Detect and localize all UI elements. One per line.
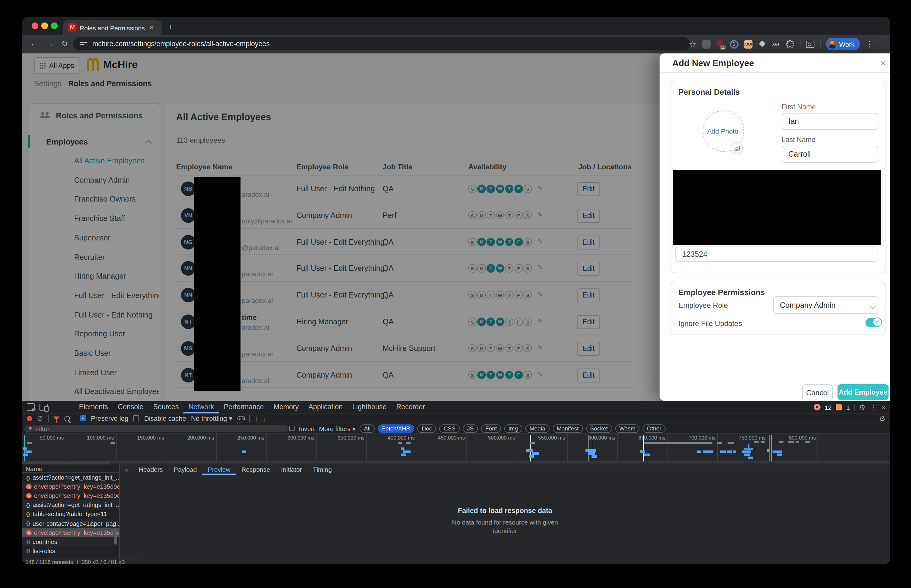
more-filters-dropdown[interactable]: More filters ▾ bbox=[319, 425, 356, 432]
name-column-header[interactable]: Name bbox=[22, 464, 119, 473]
url-text[interactable]: mchire.com/settings/employee-roles/all-a… bbox=[92, 40, 270, 47]
filter-chip[interactable]: Font bbox=[481, 424, 501, 433]
export-har-icon[interactable]: ↓ bbox=[263, 415, 266, 422]
network-request-row[interactable]: ×envelope/?sentry_key=e135d9e... bbox=[22, 491, 119, 500]
devtools-menu-icon[interactable]: ⋮ bbox=[870, 403, 877, 411]
devtools-settings-icon[interactable]: ⚙ bbox=[859, 403, 866, 411]
record-network-icon[interactable] bbox=[27, 415, 32, 421]
extension-icon-1[interactable] bbox=[702, 40, 710, 48]
network-request-row[interactable]: {}list-roles bbox=[22, 546, 119, 556]
devtools-tab[interactable]: Memory bbox=[269, 401, 304, 414]
employee-id-field[interactable]: 123524 bbox=[675, 247, 878, 262]
network-request-row[interactable]: ×envelope/?sentry_key=e135d9e... bbox=[22, 528, 119, 537]
network-overview-timeline[interactable]: 50,000 ms100,000 ms150,000 ms200,000 ms2… bbox=[22, 433, 890, 464]
devtools-tab[interactable]: Performance bbox=[219, 401, 269, 414]
add-employee-button[interactable]: Add Employee bbox=[838, 384, 888, 400]
onepassword-icon[interactable]: 1 bbox=[730, 40, 738, 48]
devtools-tab[interactable]: Console bbox=[113, 401, 148, 414]
invert-label[interactable]: Invert bbox=[299, 425, 315, 432]
modal-close-icon[interactable]: × bbox=[881, 58, 886, 68]
network-request-row[interactable]: {}assist?action=get_ratings_init_... bbox=[22, 501, 119, 510]
preserve-log-label[interactable]: Preserve log bbox=[91, 415, 128, 422]
timeline-activity-mark bbox=[529, 442, 535, 444]
disable-cache-label[interactable]: Disable cache bbox=[144, 415, 186, 422]
detail-tab[interactable]: Payload bbox=[168, 464, 202, 475]
detail-tab[interactable]: Initiator bbox=[275, 464, 307, 475]
bookmark-star-icon[interactable]: ☆ bbox=[689, 39, 696, 49]
detail-close-icon[interactable]: × bbox=[120, 466, 133, 473]
traffic-light-close[interactable] bbox=[32, 23, 38, 29]
extension-shield-icon[interactable]: 11 bbox=[716, 40, 724, 48]
filter-chip[interactable]: All bbox=[360, 424, 375, 433]
filter-chip[interactable]: CSS bbox=[439, 424, 460, 433]
filter-chip[interactable]: Fetch/XHR bbox=[378, 424, 414, 433]
devtools-tab[interactable]: Application bbox=[304, 401, 348, 414]
network-request-row[interactable]: ×envelope/?sentry_key=e135d9e... bbox=[22, 482, 119, 491]
devtools-tab[interactable]: Sources bbox=[148, 401, 183, 414]
clear-network-icon[interactable]: ∅ bbox=[37, 414, 43, 422]
throttling-select[interactable]: No throttling ▾ bbox=[191, 414, 232, 422]
network-request-row[interactable]: {}table-setting?table_type=11 bbox=[22, 510, 119, 519]
network-request-row[interactable]: {}assist?action=get_ratings_init_... bbox=[22, 473, 119, 482]
devtools-tab[interactable]: Recorder bbox=[392, 401, 430, 414]
timeline-tick-label: 200,000 ms bbox=[174, 435, 214, 441]
import-har-icon[interactable]: ↑ bbox=[255, 415, 258, 422]
disable-cache-checkbox[interactable] bbox=[133, 415, 139, 422]
devtools-tabs-row: ElementsConsoleSourcesNetworkPerformance… bbox=[22, 401, 890, 414]
first-name-field[interactable]: Ian bbox=[782, 113, 878, 130]
first-name-value: Ian bbox=[788, 117, 799, 126]
site-settings-icon[interactable] bbox=[80, 41, 87, 46]
devtools-close-icon[interactable]: × bbox=[881, 403, 885, 411]
cancel-button[interactable]: Cancel bbox=[802, 384, 833, 401]
filter-chip[interactable]: Img bbox=[504, 424, 522, 433]
git-extension-icon[interactable]: .GIT bbox=[772, 40, 780, 48]
extensions-puzzle-icon[interactable] bbox=[786, 40, 794, 48]
network-request-row[interactable]: {}countries bbox=[22, 537, 119, 546]
filter-chip[interactable]: Socket bbox=[586, 424, 612, 433]
warning-badge-icon[interactable]: ! bbox=[836, 404, 842, 410]
detail-tab[interactable]: Timing bbox=[307, 464, 337, 475]
back-icon[interactable]: ← bbox=[31, 39, 38, 48]
modal-header-divider bbox=[660, 72, 890, 73]
inspect-element-icon[interactable] bbox=[27, 403, 35, 411]
error-badge-icon[interactable]: × bbox=[814, 404, 820, 410]
traffic-light-minimize[interactable] bbox=[41, 23, 48, 29]
version-extension-icon[interactable]: 7.0.0 bbox=[744, 40, 752, 48]
filter-chip[interactable]: JS bbox=[463, 424, 478, 433]
forward-icon[interactable]: → bbox=[46, 39, 54, 48]
employee-role-select[interactable]: Company Admin bbox=[773, 296, 878, 314]
new-tab-icon[interactable]: + bbox=[168, 22, 173, 32]
network-request-row[interactable]: {}user-contact?page=1&per_pag... bbox=[22, 519, 119, 528]
detail-tab[interactable]: Headers bbox=[133, 464, 168, 475]
filter-chip[interactable]: Media bbox=[525, 424, 550, 433]
invert-checkbox[interactable] bbox=[289, 426, 294, 431]
detail-tab[interactable]: Response bbox=[236, 464, 276, 475]
timeline-tick-label: 250,000 ms bbox=[224, 435, 264, 441]
filter-chip[interactable]: Doc bbox=[417, 424, 436, 433]
detail-tab[interactable]: Preview bbox=[202, 464, 236, 475]
request-list-scrollbar[interactable] bbox=[114, 529, 117, 544]
filter-chip[interactable]: Other bbox=[642, 424, 666, 433]
side-panel-search-icon[interactable] bbox=[806, 40, 814, 48]
filter-chip[interactable]: Wasm bbox=[615, 424, 639, 433]
devtools-tab[interactable]: Elements bbox=[74, 401, 113, 414]
device-toolbar-icon[interactable] bbox=[39, 404, 48, 411]
network-conditions-icon[interactable] bbox=[237, 416, 244, 421]
network-filter-input[interactable]: Filter bbox=[24, 425, 288, 432]
devtools-tab[interactable]: Lighthouse bbox=[347, 401, 392, 414]
profile-chip[interactable]: Work bbox=[826, 38, 860, 50]
filter-funnel-icon[interactable] bbox=[53, 417, 59, 420]
network-settings-gear-icon[interactable]: ⚙ bbox=[879, 415, 885, 423]
browser-menu-icon[interactable]: ⋮ bbox=[866, 39, 873, 48]
tab-close-icon[interactable]: × bbox=[149, 24, 153, 31]
more-filters-label: More filters bbox=[319, 425, 351, 432]
reload-icon[interactable]: ↻ bbox=[61, 39, 68, 48]
last-name-field[interactable]: Carroll bbox=[782, 146, 878, 163]
devtools-tab[interactable]: Network bbox=[184, 401, 219, 414]
diamond-extension-icon[interactable] bbox=[758, 40, 766, 48]
traffic-light-zoom[interactable] bbox=[51, 23, 58, 29]
preserve-log-checkbox[interactable]: ✓ bbox=[80, 415, 86, 422]
search-icon[interactable] bbox=[64, 415, 70, 421]
timeline-activity-mark bbox=[528, 449, 533, 452]
filter-chip[interactable]: Manifest bbox=[552, 424, 583, 433]
